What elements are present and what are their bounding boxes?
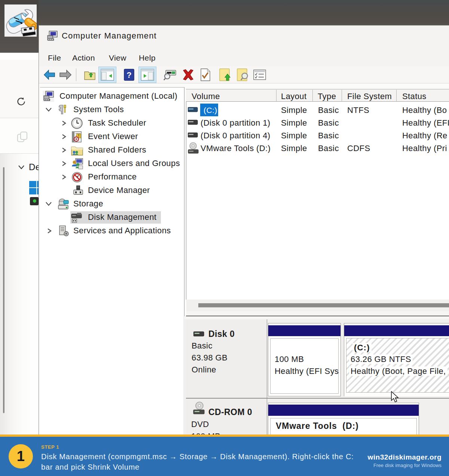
svg-text:?: ?	[126, 70, 131, 80]
